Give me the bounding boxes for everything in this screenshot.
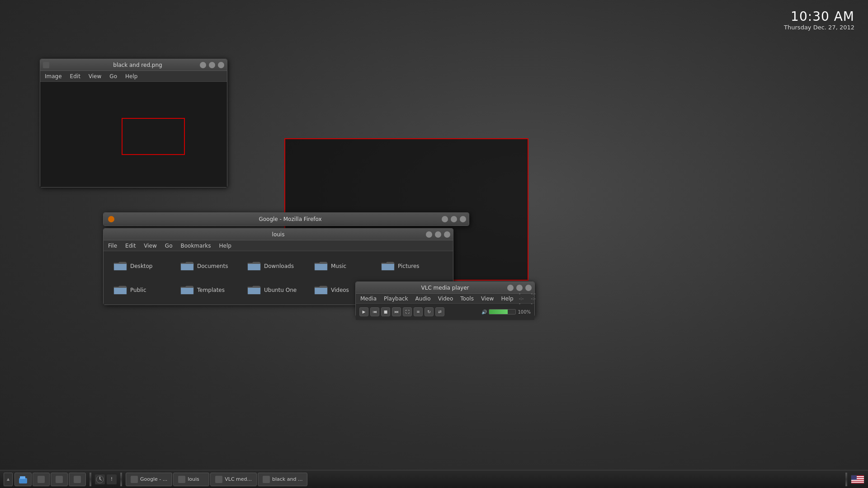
taskbar-app-area: Google - ... louis VLC med... black and … (126, 473, 842, 486)
vlc-menu-media[interactable]: Media (359, 295, 378, 303)
folder-item-downloads[interactable]: Downloads (244, 256, 307, 276)
vlc-volume-bar[interactable] (489, 309, 516, 314)
launcher-1[interactable] (14, 473, 32, 486)
taskbar-app-louis[interactable]: louis (173, 473, 209, 486)
launcher-1-icon (18, 474, 28, 484)
vlc-shuffle-button[interactable]: ⇄ (435, 307, 444, 316)
vlc-menu-video[interactable]: Video (436, 295, 455, 303)
image-viewer-menubar: Image Edit View Go Help (40, 71, 227, 82)
vlc-minimize-button[interactable]: _ (507, 285, 514, 291)
vlc-mute-icon[interactable]: 🔊 (481, 310, 487, 314)
close-button[interactable]: x (218, 62, 224, 68)
folder-label: Public (130, 287, 146, 293)
menu-go[interactable]: Go (108, 72, 119, 80)
vlc-play-button[interactable]: ▶ (359, 307, 368, 316)
menu-help[interactable]: Help (123, 72, 139, 80)
taskbar: ▲ ! Google - ... louis VLC med... (0, 470, 868, 488)
vlc-next-button[interactable]: ⏭ (392, 307, 401, 316)
launcher-3[interactable] (51, 473, 68, 486)
taskbar-app-vlc-med---[interactable]: VLC med... (210, 473, 257, 486)
folder-icon (314, 284, 328, 296)
folder-item-public[interactable]: Public (110, 280, 174, 300)
taskbar-separator-2 (120, 473, 122, 486)
launcher-2[interactable] (33, 473, 50, 486)
app-label: VLC med... (225, 476, 252, 482)
taskbar-app-google------[interactable]: Google - ... (126, 473, 172, 486)
vlc-menu-playback[interactable]: Playback (382, 295, 410, 303)
image-canvas (40, 82, 227, 187)
window-controls: _ ^ x (198, 62, 224, 68)
app-icon (178, 476, 185, 483)
menu-edit[interactable]: Edit (68, 72, 82, 80)
app-label: black and ... (272, 476, 302, 482)
svg-rect-13 (851, 475, 857, 480)
app-label: louis (188, 476, 199, 482)
launcher-4-icon (72, 474, 82, 484)
fm-menu-help[interactable]: Help (217, 242, 233, 250)
notification-icon[interactable]: ! (107, 474, 117, 484)
fm-minimize-button[interactable]: _ (426, 231, 432, 238)
folder-label: Desktop (130, 263, 153, 269)
vlc-menu-tools[interactable]: Tools (458, 295, 476, 303)
folder-icon (247, 284, 261, 296)
fm-menu-edit[interactable]: Edit (123, 242, 137, 250)
file-manager-menubar: File Edit View Go Bookmarks Help (104, 240, 453, 251)
folder-label: Music (331, 263, 346, 269)
vlc-menubar: Media Playback Audio Video Tools View He… (356, 294, 534, 304)
folder-label: Ubuntu One (264, 287, 297, 293)
menu-image[interactable]: Image (43, 72, 64, 80)
vlc-volume-control: 🔊 100% (481, 309, 531, 314)
folder-item-templates[interactable]: Templates (177, 280, 241, 300)
folder-item-documents[interactable]: Documents (177, 256, 241, 276)
folder-item-ubuntu-one[interactable]: Ubuntu One (244, 280, 307, 300)
fm-close-button[interactable]: x (444, 231, 450, 238)
fm-maximize-button[interactable]: ^ (435, 231, 441, 238)
vlc-window: VLC media player _ ^ x Media Playback Au… (355, 282, 535, 317)
folder-item-music[interactable]: Music (311, 256, 374, 276)
menu-view[interactable]: View (87, 72, 103, 80)
folder-icon (314, 260, 328, 272)
fm-menu-go[interactable]: Go (163, 242, 175, 250)
folder-icon (180, 260, 194, 272)
vlc-menu-audio[interactable]: Audio (414, 295, 433, 303)
svg-rect-2 (38, 476, 45, 483)
taskbar-app-black-and----[interactable]: black and ... (258, 473, 307, 486)
folder-label: Pictures (398, 263, 420, 269)
firefox-title: Google - Mozilla Firefox (116, 216, 464, 222)
vlc-ext-button[interactable]: ≡ (414, 307, 423, 316)
firefox-maximize-button[interactable]: ^ (451, 216, 457, 222)
app-icon (215, 476, 222, 483)
fm-menu-view[interactable]: View (142, 242, 158, 250)
launcher-4[interactable] (69, 473, 86, 486)
folder-label: Templates (197, 287, 225, 293)
file-manager-controls: _ ^ x (425, 231, 450, 238)
maximize-button[interactable]: ^ (209, 62, 215, 68)
vlc-menu-view[interactable]: View (479, 295, 495, 303)
folder-item-pictures[interactable]: Pictures (378, 256, 441, 276)
vlc-fullscreen-button[interactable]: ⛶ (403, 307, 412, 316)
clock-time: 10:30 AM (784, 9, 854, 24)
fm-menu-bookmarks[interactable]: Bookmarks (179, 242, 212, 250)
folder-item-desktop[interactable]: Desktop (110, 256, 174, 276)
fm-menu-file[interactable]: File (106, 242, 119, 250)
show-desktop-button[interactable]: ▲ (4, 473, 13, 486)
firefox-minimize-button[interactable]: _ (442, 216, 448, 222)
vlc-prev-button[interactable]: ⏮ (370, 307, 379, 316)
launcher-3-icon (54, 474, 64, 484)
vlc-menu-help[interactable]: Help (499, 295, 515, 303)
clock-tray-icon[interactable] (95, 474, 105, 484)
minimize-button[interactable]: _ (200, 62, 206, 68)
system-clock: 10:30 AM Thursday Dec. 27, 2012 (784, 9, 854, 31)
vlc-loop-button[interactable]: ↻ (425, 307, 434, 316)
folder-icon (381, 260, 395, 272)
vlc-close-button[interactable]: x (525, 285, 532, 291)
us-flag-icon[interactable] (851, 475, 864, 484)
vlc-controls-bar: ▶ ⏮ ■ ⏭ ⛶ ≡ ↻ ⇄ 🔊 100% (356, 304, 534, 320)
image-viewer-window: black and red.png _ ^ x Image Edit View … (40, 59, 227, 188)
taskbar-separator-3 (845, 473, 847, 486)
vlc-stop-button[interactable]: ■ (381, 307, 390, 316)
folder-icon (180, 284, 194, 296)
firefox-close-button[interactable]: x (460, 216, 466, 222)
vlc-maximize-button[interactable]: ^ (516, 285, 523, 291)
file-manager-title: louis (106, 231, 450, 238)
